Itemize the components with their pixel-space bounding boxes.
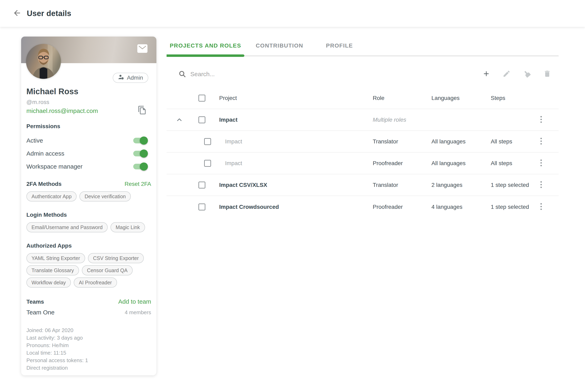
- login-methods-title: Login Methods: [26, 212, 151, 218]
- chip-workflow-delay: Workflow delay: [26, 278, 71, 288]
- teams-section: Teams Add to team Team One4 members: [26, 298, 151, 316]
- admin-user-icon: [118, 74, 124, 82]
- column-languages: Languages: [432, 95, 460, 101]
- row-checkbox[interactable]: [198, 182, 205, 188]
- twofa-chips: Authenticator AppDevice verification: [26, 191, 151, 202]
- avatar: [26, 44, 61, 79]
- team-row: Team One4 members: [26, 308, 151, 316]
- row-menu-button[interactable]: [540, 137, 542, 146]
- column-steps: Steps: [491, 95, 506, 101]
- row-checkbox[interactable]: [204, 160, 211, 167]
- permission-row: Admin access: [26, 150, 151, 158]
- back-button[interactable]: [12, 8, 22, 19]
- main-content: PROJECTS AND ROLESCONTRIBUTIONPROFILE: [166, 34, 558, 57]
- chip-magic-link: Magic Link: [110, 222, 145, 232]
- trash-icon: [543, 70, 551, 78]
- meta-line: Direct registration: [26, 364, 151, 372]
- login-methods-chips: Email/Username and PasswordMagic Link: [26, 222, 151, 232]
- delete-button[interactable]: [542, 69, 552, 79]
- chip-yaml-string-exporter: YAML String Exporter: [26, 253, 85, 263]
- chip-csv-string-exporter: CSV String Exporter: [88, 253, 144, 263]
- table-toolbar: [166, 61, 558, 87]
- permission-row: Active: [26, 136, 151, 144]
- authorized-apps-section: Authorized Apps YAML String ExporterCSV …: [26, 242, 151, 288]
- broom-icon: [523, 70, 531, 78]
- chip-translate-glossary: Translate Glossary: [26, 265, 79, 276]
- toggle-admin-access[interactable]: [133, 151, 147, 156]
- kebab-icon: [540, 137, 542, 146]
- row-menu-button[interactable]: [540, 115, 542, 124]
- steps-value: 1 step selected: [491, 182, 529, 188]
- clean-button[interactable]: [522, 69, 532, 79]
- chip-authenticator-app: Authenticator App: [26, 191, 76, 202]
- permission-row: Workspace manager: [26, 162, 151, 170]
- role-value: Multiple roles: [373, 116, 406, 123]
- user-details-page: User details: [0, 0, 585, 392]
- table-row: Impact Crowdsourced Proofreader 4 langua…: [166, 196, 558, 218]
- tab-profile[interactable]: PROFILE: [315, 35, 364, 56]
- page-title: User details: [27, 9, 71, 18]
- table-row: Impact Multiple roles: [166, 109, 558, 131]
- kebab-icon: [540, 202, 542, 212]
- edit-button[interactable]: [502, 69, 512, 79]
- steps-value: 1 step selected: [491, 204, 529, 210]
- authorized-apps-title: Authorized Apps: [26, 242, 151, 249]
- send-email-button[interactable]: [137, 44, 148, 53]
- column-role: Role: [373, 95, 384, 101]
- table-row: Impact Proofreader All languages All ste…: [166, 152, 558, 174]
- steps-value: All steps: [491, 160, 512, 166]
- projects-table: Project Role Languages Steps Impact Mult…: [166, 87, 558, 218]
- toggle-active[interactable]: [133, 138, 147, 144]
- plus-icon: [482, 70, 490, 78]
- copy-icon: [138, 106, 147, 116]
- tab-contribution[interactable]: CONTRIBUTION: [244, 35, 315, 56]
- project-name: Impact: [225, 160, 242, 166]
- user-handle: @m.ross: [26, 99, 151, 106]
- profile-card: Admin Michael Ross @m.ross michael.ross@…: [21, 36, 156, 375]
- mail-icon: [138, 45, 147, 52]
- row-checkbox[interactable]: [198, 204, 205, 210]
- languages-value: 4 languages: [432, 204, 462, 210]
- search-input[interactable]: [190, 71, 482, 78]
- chip-email-username-and-password: Email/Username and Password: [26, 222, 108, 232]
- twofa-section: 2FA Methods Reset 2FA Authenticator AppD…: [26, 181, 151, 202]
- meta-line: Last activity: 3 days ago: [26, 334, 151, 342]
- meta-line: Local time: 11:15: [26, 349, 151, 357]
- row-menu-button[interactable]: [540, 180, 542, 190]
- languages-value: All languages: [432, 138, 466, 145]
- user-meta-block: Joined: 06 Apr 2020Last activity: 3 days…: [26, 326, 151, 372]
- meta-line: Personal access tokens: 1: [26, 357, 151, 364]
- reset-2fa-link[interactable]: Reset 2FA: [124, 181, 151, 187]
- identity-block: Michael Ross @m.ross michael.ross@impact…: [26, 87, 151, 114]
- table-row: Impact CSV/XLSX Translator 2 languages 1…: [166, 174, 558, 196]
- row-menu-button[interactable]: [540, 202, 542, 212]
- project-name: Impact: [219, 116, 238, 123]
- active-tab-indicator: [166, 54, 244, 57]
- add-button[interactable]: [482, 69, 491, 79]
- select-all-checkbox[interactable]: [198, 95, 205, 102]
- permission-label: Active: [26, 137, 43, 144]
- permission-label: Admin access: [26, 150, 64, 157]
- toolbar-actions: [482, 69, 552, 79]
- tab-projects-and-roles[interactable]: PROJECTS AND ROLES: [166, 35, 244, 56]
- team-name: Team One: [26, 309, 54, 316]
- languages-value: 2 languages: [432, 182, 462, 188]
- twofa-title: 2FA Methods: [26, 181, 62, 187]
- toggle-workspace-manager[interactable]: [133, 164, 147, 170]
- permissions-list: ActiveAdmin accessWorkspace manager: [26, 136, 151, 170]
- role-value: Translator: [373, 138, 398, 145]
- add-to-team-link[interactable]: Add to team: [118, 298, 151, 305]
- team-members-count: 4 members: [125, 309, 151, 316]
- chip-device-verification: Device verification: [80, 191, 131, 202]
- meta-line: Pronouns: He/him: [26, 342, 151, 349]
- chip-censor-guard-qa: Censor Guard QA: [82, 265, 133, 276]
- row-checkbox[interactable]: [198, 116, 205, 123]
- permissions-title: Permissions: [26, 123, 151, 130]
- row-checkbox[interactable]: [204, 138, 211, 145]
- row-menu-button[interactable]: [540, 159, 542, 168]
- collapse-chevron-icon[interactable]: [177, 118, 182, 122]
- project-name: Impact CSV/XLSX: [219, 182, 267, 188]
- table-row: Impact Translator All languages All step…: [166, 131, 558, 152]
- copy-email-button[interactable]: [137, 105, 148, 116]
- authorized-apps-chips: YAML String ExporterCSV String ExporterT…: [26, 253, 151, 288]
